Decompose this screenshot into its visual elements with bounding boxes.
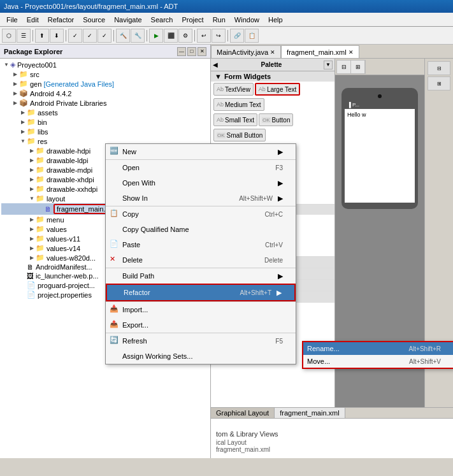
widget-button[interactable]: OKButton [259,113,293,126]
widget-smalltext[interactable]: AbSmall Text [213,113,257,126]
toolbar-btn-1[interactable]: ⬡ [2,29,16,43]
tab-graphical-layout[interactable]: Graphical Layout [211,408,275,418]
widget-row-2: AbMedium Text [211,97,334,112]
tree-item-libs[interactable]: ▶ 📁 libs [1,127,209,136]
submenu-move-right: Alt+Shift+V [409,357,441,365]
ctx-item-open[interactable]: Open F3 [106,160,296,175]
paste-icon: 📄 [110,240,120,250]
tree-toggle: ▶ [19,109,27,117]
ab-icon: Ab [217,86,224,92]
submenu-rename[interactable]: Rename... Alt+Shift+R [303,342,453,355]
ctx-item-refresh[interactable]: 🔄 Refresh F5 [106,333,296,349]
toolbar-btn-8[interactable]: 🔨 [116,29,130,43]
menu-project[interactable]: Project [178,15,207,25]
panel-close[interactable]: ✕ [198,47,206,56]
menu-edit[interactable]: Edit [23,15,43,25]
tab-fragment-main[interactable]: fragment_main.xml ✕ [281,45,359,58]
tree-item-android-priv[interactable]: ▶ 📦 Android Private Libraries [1,98,209,108]
shortcut-text: Alt+Shift+T [240,289,271,296]
tab-close-icon[interactable]: ✕ [270,49,275,55]
ctx-item-copy-qualified[interactable]: Copy Qualified Name [106,222,296,237]
tree-toggle: ▶ [19,119,27,126]
tree-toggle: ▶ [28,166,36,174]
palette-dropdown[interactable]: ▼ [324,61,333,69]
menu-run[interactable]: Run [209,15,229,25]
ctx-item-import[interactable]: 📥 Import... [106,302,296,317]
ctx-item-new[interactable]: 🆕 New ▶ [106,144,296,159]
copy-icon: 📋 [110,209,120,219]
toolbar-btn-2[interactable]: ☰ [17,29,31,43]
widget-row-4: OKSmall Button [211,127,334,143]
menu-navigate[interactable]: Navigate [110,15,145,25]
tree-label: drawable-xxhdpi [47,185,97,193]
toolbar-btn-14[interactable]: ↪ [212,29,226,43]
widget-mediumtext[interactable]: AbMedium Text [213,98,264,111]
menu-refactor[interactable]: Refactor [44,15,78,25]
ctx-item-build-path[interactable]: Build Path ▶ [106,268,296,284]
toolbar-btn-11[interactable]: ⬛ [164,29,178,43]
btn-align-left[interactable]: ⊟ [337,61,351,73]
ctx-item-copy[interactable]: 📋 Copy Ctrl+C [106,206,296,222]
side-btn-2[interactable]: ⊞ [428,76,450,90]
submenu-move[interactable]: Move... Alt+Shift+V [303,355,453,368]
toolbar-btn-16[interactable]: 📋 [245,29,259,43]
menu-help[interactable]: Help [264,15,287,25]
tab-fragment-xml[interactable]: fragment_main.xml [275,408,345,418]
ctx-item-export[interactable]: 📤 Export... [106,317,296,333]
tree-item-src[interactable]: ▶ 📁 src [1,69,209,79]
hello-text: Hello w [347,112,366,118]
tree-item-bin[interactable]: ▶ 📁 bin [1,117,209,127]
panel-maximize[interactable]: □ [187,47,196,56]
ctx-item-delete[interactable]: ✕ Delete Delete [106,252,296,268]
palette-section-header-form-widgets[interactable]: ▼ Form Widgets [211,71,334,82]
ctx-label: Paste [122,241,140,249]
menu-window[interactable]: Window [231,15,263,25]
tree-item-proyecto001[interactable]: ▼ ◈ Proyecto001 [1,60,209,69]
widget-textview[interactable]: AbTextView [213,83,254,96]
ctx-item-paste[interactable]: 📄 Paste Ctrl+V [106,237,296,252]
widget-smallbutton[interactable]: OKSmall Button [213,129,266,141]
tree-toggle: ▶ [11,71,19,78]
toolbar-btn-6[interactable]: ✓ [83,29,97,43]
tree-label: drawable-mdpi [47,166,92,174]
folder-icon: 📁 [36,147,45,155]
toolbar-btn-10[interactable]: ▶ [149,29,163,43]
tree-label: libs [38,128,48,136]
toolbar-btn-7[interactable]: ✓ [97,29,111,43]
folder-icon: 📁 [36,234,45,243]
ctx-label: Open [122,164,140,171]
folder-icon: 📁 [36,194,45,203]
toolbar-btn-15[interactable]: 🔗 [230,29,244,43]
panel-minimize[interactable]: — [177,47,186,56]
tree-item-gen[interactable]: ▶ 📁 gen [Generated Java Files] [1,79,209,89]
toolbar-btn-12[interactable]: ⚙ [178,29,192,43]
tree-label: bin [38,119,47,126]
toolbar-btn-5[interactable]: ✓ [68,29,82,43]
menu-bar: File Edit Refactor Source Navigate Searc… [0,13,453,27]
toolbar-btn-3[interactable]: ⬆ [35,29,49,43]
tree-label: values-v11 [47,235,80,243]
ctx-item-open-with[interactable]: Open With ▶ [106,175,296,191]
palette-prev-icon[interactable]: ◀ [213,61,218,68]
tree-item-android442[interactable]: ▶ 📦 Android 4.4.2 [1,89,209,98]
ab-icon: Ab [217,101,224,108]
menu-search[interactable]: Search [147,15,177,25]
toolbar-btn-4[interactable]: ⬇ [50,29,64,43]
widget-largetext[interactable]: AbLarge Text [255,83,301,96]
btn-align-right[interactable]: ⊞ [351,61,365,73]
side-btn-1[interactable]: ⊟ [428,61,450,75]
ctx-item-show-in[interactable]: Show In Alt+Shift+W ▶ [106,191,296,206]
ctx-item-assign-working-sets[interactable]: Assign Working Sets... [106,349,296,364]
move-shortcut: Alt+Shift+V [409,358,441,365]
tab-close-icon[interactable]: ✕ [349,49,354,55]
menu-source[interactable]: Source [79,15,109,25]
toolbar-btn-13[interactable]: ↩ [197,29,211,43]
title-bar: Java - Proyecto001/res/layout/fragment_m… [0,0,453,13]
tree-item-assets[interactable]: ▶ 📁 assets [1,108,209,117]
toolbar-btn-9[interactable]: 🔧 [131,29,145,43]
tab-mainactivity[interactable]: MainActivity.java ✕ [211,45,281,58]
arrow-icon: ▶ [278,272,283,280]
tree-label: ic_launcher-web.p... [36,272,98,280]
menu-file[interactable]: File [3,15,22,25]
ctx-item-refactor[interactable]: Refactor Alt+Shift+T ▶ [106,284,296,301]
